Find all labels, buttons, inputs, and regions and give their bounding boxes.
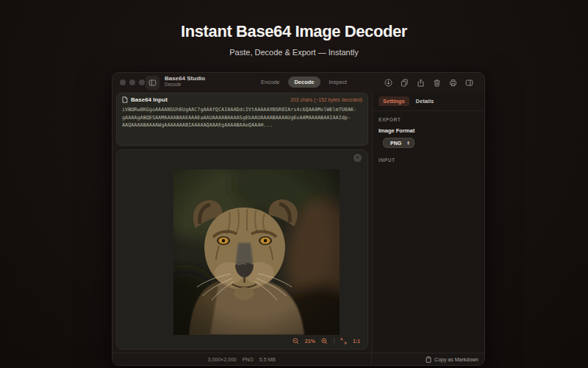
- mode-segmented-control: Encode Decode Inspect: [255, 77, 353, 88]
- divider: [334, 338, 334, 344]
- print-button[interactable]: [449, 79, 457, 87]
- status-bar: 3,000×2,000 PNG 5.5 MB Copy as Markdown: [112, 353, 484, 365]
- image-format: PNG: [243, 357, 254, 362]
- decoded-image: [173, 169, 340, 335]
- copy-markdown-label: Copy as Markdown: [434, 357, 478, 362]
- zoom-window-button[interactable]: [139, 79, 145, 85]
- tab-details[interactable]: Details: [416, 98, 434, 105]
- tab-decode[interactable]: Decode: [288, 77, 320, 88]
- toolbar: [384, 79, 473, 87]
- close-window-button[interactable]: [120, 79, 126, 85]
- toggle-right-sidebar-button[interactable]: [465, 79, 473, 87]
- image-preview-panel[interactable]: ✕: [116, 149, 368, 350]
- zoom-out-button[interactable]: [293, 338, 299, 344]
- app-window: Base64 Studio Decode Encode Decode Inspe…: [112, 72, 485, 366]
- input-panel-header: Base64 Input 203 chars (~152 bytes decod…: [117, 93, 368, 105]
- zoom-controls: 21% 1:1: [293, 338, 360, 344]
- image-format-label: Image Format: [379, 127, 480, 134]
- image-format-select[interactable]: PNG ▲▼: [383, 138, 415, 148]
- document-icon: [122, 96, 128, 103]
- base64-line: AAQAAAABAAAAWgAAAAAAABIAAAAAQAAAEgAAAABA…: [122, 121, 362, 130]
- input-panel-title: Base64 Input: [131, 96, 168, 103]
- page-title: Instant Base64 Image Decoder: [0, 22, 588, 41]
- copy-button[interactable]: [401, 79, 409, 87]
- base64-input-panel: Base64 Input 203 chars (~152 bytes decod…: [116, 93, 368, 146]
- zoom-level: 21%: [305, 339, 315, 344]
- trash-button[interactable]: [433, 79, 441, 87]
- chevron-up-down-icon: ▲▼: [406, 141, 409, 146]
- clipboard-icon: [426, 356, 431, 363]
- tab-settings[interactable]: Settings: [379, 96, 409, 106]
- sidebar-body: EXPORT Image Format PNG ▲▼ INPUT: [373, 111, 485, 169]
- sidebar-toggle-icon: [148, 79, 157, 87]
- image-format-value: PNG: [390, 141, 401, 146]
- sidebar-tabs: Settings Details: [373, 93, 485, 111]
- copy-markdown-button[interactable]: Copy as Markdown: [371, 353, 484, 365]
- base64-line: iVBORw0KGgoAAAANSUhEUgAAC7gAAAfQCAIAAADd…: [122, 106, 362, 114]
- minimize-window-button[interactable]: [129, 79, 135, 85]
- image-metadata: 3,000×2,000 PNG 5.5 MB: [112, 353, 371, 365]
- titlebar: Base64 Studio Decode Encode Decode Inspe…: [112, 73, 484, 93]
- page-subtitle: Paste, Decode & Export — Instantly: [0, 48, 588, 57]
- base64-text-area[interactable]: iVBORw0KGgoAAAANSUhEUgAAC7gAAAfQCAIAAADd…: [117, 105, 368, 131]
- settings-sidebar: Settings Details EXPORT Image Format PNG…: [372, 93, 485, 354]
- app-identity: Base64 Studio Decode: [165, 75, 205, 88]
- image-dimensions: 3,000×2,000: [208, 357, 237, 362]
- input-section-label: INPUT: [379, 158, 480, 163]
- main-content: Base64 Input 203 chars (~152 bytes decod…: [112, 93, 372, 354]
- app-name: Base64 Studio: [165, 75, 205, 82]
- tab-inspect[interactable]: Inspect: [323, 77, 353, 88]
- share-button[interactable]: [417, 79, 425, 87]
- traffic-lights: [120, 79, 145, 85]
- tab-encode[interactable]: Encode: [255, 77, 285, 88]
- zoom-in-button[interactable]: [321, 338, 328, 344]
- toggle-left-sidebar-button[interactable]: [146, 76, 159, 90]
- actual-size-button[interactable]: 1:1: [353, 339, 360, 344]
- hero: Instant Base64 Image Decoder Paste, Deco…: [0, 22, 588, 57]
- download-button[interactable]: [384, 79, 392, 87]
- lioness-photo-illustration: [173, 169, 340, 335]
- image-file-size: 5.5 MB: [259, 357, 276, 362]
- char-count-badge: 203 chars (~152 bytes decoded): [290, 97, 362, 102]
- base64-line: gAAAAgABQESAAMAAAABAAEAAAEaAAUAAAABAAAAS…: [122, 114, 362, 122]
- app-mode-subtitle: Decode: [165, 82, 205, 87]
- export-section-label: EXPORT: [379, 117, 480, 122]
- clear-image-button[interactable]: ✕: [354, 154, 362, 162]
- fit-to-window-button[interactable]: [340, 338, 347, 344]
